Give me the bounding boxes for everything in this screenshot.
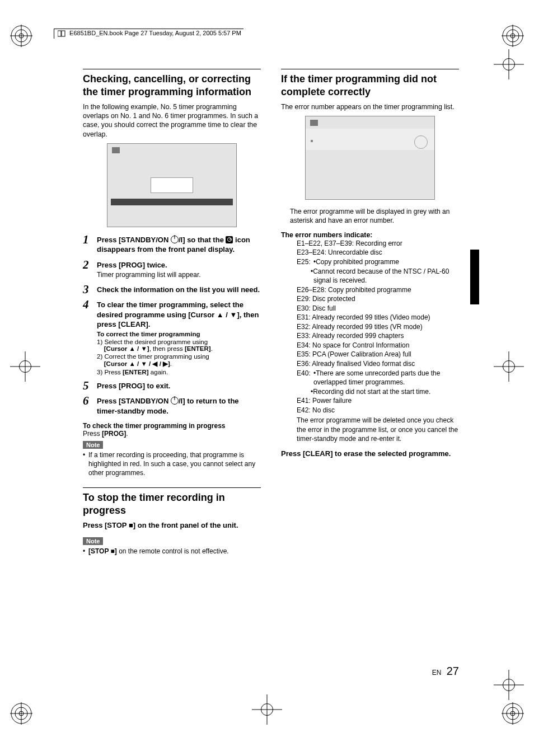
- section-tab-label: Recording: [470, 250, 477, 283]
- note-label: Note: [83, 441, 103, 449]
- lang-code: EN: [432, 669, 442, 677]
- heading-check: Checking, cancelling, or correcting the …: [83, 73, 261, 98]
- framemaker-header: E6851BD_EN.book Page 27 Tuesday, August …: [54, 29, 243, 39]
- step-3: Check the information on the list you wi…: [83, 285, 261, 295]
- note-label: Note: [83, 537, 103, 545]
- reg-target-br: [502, 702, 524, 725]
- error-list: E1–E22, E37–E39: Recording error E23–E24…: [297, 239, 459, 444]
- reg-target-tr: [502, 25, 524, 47]
- svg-rect-21: [62, 31, 65, 36]
- reg-target-tl: [10, 25, 32, 47]
- clock-icon: [226, 236, 233, 243]
- book-icon: [58, 30, 65, 39]
- steps-list: Press [STANDBY/ON /I] so that the icon d…: [83, 235, 261, 416]
- right-column: If the timer programming did not complet…: [281, 69, 459, 556]
- note-1: If a timer recording is proceeding, that…: [83, 450, 261, 478]
- crop-mark-bc: [252, 694, 282, 725]
- note-2: [STOP ■] on the remote control is not ef…: [83, 547, 261, 556]
- crop-mark-left: [10, 351, 40, 382]
- heading-error: If the timer programming did not complet…: [281, 73, 459, 98]
- step-1: Press [STANDBY/ON /I] so that the icon d…: [83, 235, 261, 255]
- page-footer: EN 27: [432, 665, 459, 678]
- intro-check: In the following example, No. 5 timer pr…: [83, 102, 261, 139]
- crop-mark-br2: [494, 670, 524, 700]
- error-list-screenshot: [305, 116, 435, 200]
- step-5: Press [PROG] to exit.: [83, 381, 261, 391]
- page-number: 27: [447, 665, 459, 677]
- step-6: Press [STANDBY/ON /I] to return to the t…: [83, 396, 261, 416]
- svg-rect-20: [58, 31, 61, 36]
- step-4: To clear the timer programming, select t…: [83, 300, 261, 375]
- power-icon: [171, 397, 179, 405]
- reg-target-bl: [10, 702, 32, 725]
- clear-instruction: Press [CLEAR] to erase the selected prog…: [281, 449, 459, 458]
- header-text: E6851BD_EN.book Page 27 Tuesday, August …: [69, 30, 241, 36]
- step-2: Press [PROG] twice. Timer programming li…: [83, 260, 261, 279]
- error-numbers-title: The error numbers indicate:: [281, 231, 459, 239]
- left-column: Checking, cancelling, or correcting the …: [83, 69, 261, 556]
- check-progress-title: To check the timer programming in progre…: [83, 422, 261, 430]
- power-icon: [171, 236, 179, 243]
- error-caption: The error programme will be displayed in…: [290, 208, 459, 226]
- crop-mark-tr: [494, 49, 524, 79]
- crop-mark-right: [494, 351, 524, 382]
- timer-list-screenshot: [107, 143, 237, 227]
- stop-instruction: Press [STOP ■] on the front panel of the…: [83, 521, 261, 529]
- heading-stop: To stop the timer recording in progress: [83, 491, 261, 516]
- intro-error: The error number appears on the timer pr…: [281, 102, 459, 111]
